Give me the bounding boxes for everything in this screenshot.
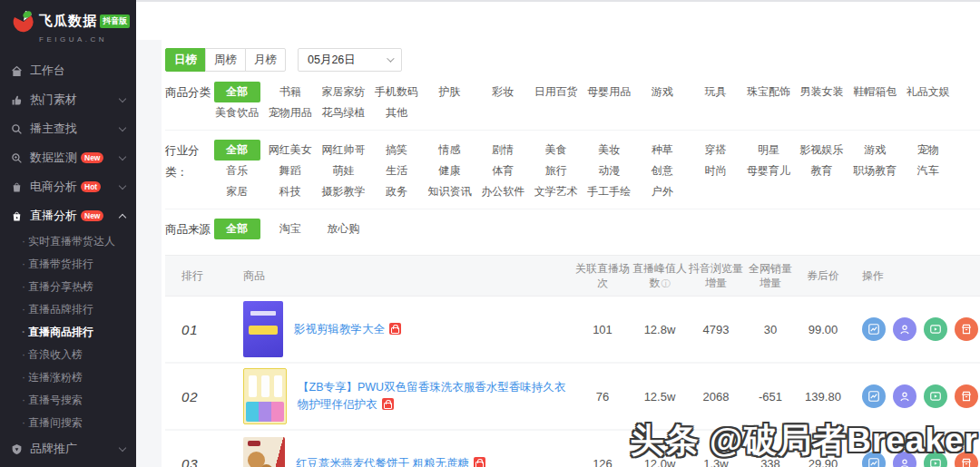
submenu-item[interactable]: 实时直播带货达人 bbox=[0, 230, 136, 253]
filter-option[interactable]: 生活 bbox=[370, 161, 424, 181]
filter-option[interactable]: 美食饮品 bbox=[211, 102, 264, 123]
filter-option[interactable]: 创意 bbox=[636, 161, 690, 181]
trend-chart-button[interactable] bbox=[862, 384, 886, 408]
filter-option[interactable]: 体育 bbox=[476, 161, 530, 181]
filter-option[interactable]: 汽车 bbox=[901, 161, 955, 181]
sidebar-item-live-analysis[interactable]: 直播分析 New bbox=[0, 201, 136, 230]
tab-weekly[interactable]: 周榜 bbox=[205, 48, 246, 72]
video-play-button[interactable] bbox=[924, 384, 947, 408]
filter-option[interactable]: 美食 bbox=[529, 140, 583, 161]
filter-option[interactable]: 宠物 bbox=[901, 140, 955, 161]
sidebar-item-data-monitor[interactable]: 数据监测 New bbox=[0, 143, 136, 172]
filter-option[interactable]: 游戏 bbox=[636, 82, 690, 102]
product-thumbnail[interactable] bbox=[243, 301, 283, 357]
filter-option[interactable]: 网红帅哥 bbox=[317, 140, 370, 161]
filter-option[interactable]: 知识资讯 bbox=[423, 181, 476, 202]
filter-option[interactable]: 母婴育儿 bbox=[742, 161, 796, 181]
tab-daily[interactable]: 日榜 bbox=[165, 48, 206, 72]
filter-option[interactable]: 全部 bbox=[214, 219, 260, 239]
product-title-link[interactable]: 红豆薏米燕麦代餐饼干 粗粮无蔗糖 bbox=[296, 455, 485, 467]
app-domain: FEIGUA.CN bbox=[39, 35, 136, 44]
filter-option[interactable]: 健康 bbox=[423, 161, 476, 181]
product-title-link[interactable]: 【ZB专享】PWU双色留香珠洗衣服香水型香味持久衣物护理伴侣护衣 bbox=[298, 379, 573, 413]
filter-option[interactable]: 家居家纺 bbox=[317, 82, 370, 102]
filter-option[interactable]: 鞋帽箱包 bbox=[848, 82, 902, 102]
filter-option[interactable]: 手工手绘 bbox=[583, 181, 636, 202]
filter-option[interactable]: 穿搭 bbox=[689, 140, 742, 161]
filter-option[interactable]: 宠物用品 bbox=[264, 102, 318, 123]
filter-option[interactable]: 时尚 bbox=[689, 161, 742, 181]
filter-option[interactable]: 珠宝配饰 bbox=[742, 82, 796, 102]
filter-option[interactable]: 萌娃 bbox=[317, 161, 370, 181]
sidebar-item-finder[interactable]: 播主查找 bbox=[0, 114, 136, 143]
person-button[interactable] bbox=[893, 317, 916, 341]
filter-option[interactable]: 礼品文娱 bbox=[901, 82, 955, 102]
filter-option[interactable]: 职场教育 bbox=[848, 161, 902, 181]
date-select[interactable]: 05月26日 bbox=[298, 48, 402, 72]
filter-option[interactable]: 动漫 bbox=[583, 161, 636, 181]
tab-monthly[interactable]: 月榜 bbox=[245, 48, 286, 72]
filter-option[interactable]: 音乐 bbox=[211, 161, 264, 181]
filter-option[interactable]: 全部 bbox=[214, 140, 260, 161]
sidebar-item-hot-material[interactable]: 热门素材 bbox=[0, 85, 136, 114]
product-thumbnail[interactable] bbox=[243, 368, 287, 424]
sidebar-item-ecommerce-analysis[interactable]: 电商分析 Hot bbox=[0, 172, 136, 201]
submenu-item[interactable]: 音浪收入榜 bbox=[0, 344, 136, 366]
shop-button[interactable] bbox=[955, 317, 978, 341]
filter-option[interactable]: 办公软件 bbox=[476, 181, 530, 202]
filter-option[interactable]: 放心购 bbox=[317, 219, 370, 239]
filter-option[interactable]: 网红美女 bbox=[264, 140, 318, 161]
content-gutter bbox=[136, 40, 162, 467]
chevron-up-icon bbox=[119, 214, 126, 221]
submenu-item[interactable]: 直播分享热榜 bbox=[0, 276, 136, 298]
video-play-button[interactable] bbox=[924, 317, 947, 341]
sidebar-item-label: 热门素材 bbox=[30, 92, 77, 108]
filter-option[interactable]: 教育 bbox=[795, 161, 848, 181]
filter-option[interactable]: 科技 bbox=[264, 181, 318, 202]
filter-option[interactable]: 情感 bbox=[423, 140, 476, 161]
filter-option[interactable]: 全部 bbox=[214, 82, 260, 102]
submenu-item-label: 连播涨粉榜 bbox=[28, 371, 83, 384]
filter-option[interactable]: 淘宝 bbox=[264, 219, 318, 239]
filter-option[interactable]: 花鸟绿植 bbox=[317, 102, 370, 123]
sidebar-item-brand-promo[interactable]: 品牌推广 bbox=[0, 434, 136, 463]
trend-chart-button[interactable] bbox=[862, 317, 886, 341]
filter-option[interactable]: 摄影教学 bbox=[317, 181, 370, 202]
filter-option[interactable]: 美妆 bbox=[583, 140, 636, 161]
filter-option[interactable]: 游戏 bbox=[848, 140, 902, 161]
filter-option[interactable]: 母婴用品 bbox=[583, 82, 636, 102]
filter-option-label: 穿搭 bbox=[704, 143, 726, 156]
submenu-item[interactable]: 直播品牌排行 bbox=[0, 298, 136, 321]
filter-option[interactable]: 家居 bbox=[211, 181, 264, 202]
filter-option[interactable]: 男装女装 bbox=[795, 82, 848, 102]
filter-option[interactable]: 舞蹈 bbox=[264, 161, 318, 181]
filter-option[interactable]: 明星 bbox=[742, 140, 796, 161]
submenu-item[interactable]: 直播间搜索 bbox=[0, 412, 136, 434]
filter-option[interactable]: 剧情 bbox=[476, 140, 530, 161]
submenu-item[interactable]: 直播带货排行 bbox=[0, 253, 136, 276]
filter-option[interactable]: 护肤 bbox=[423, 82, 476, 102]
filter-option[interactable]: 户外 bbox=[636, 181, 690, 202]
header-live-sessions: 关联直播场次 bbox=[573, 261, 632, 290]
person-button[interactable] bbox=[893, 384, 916, 408]
filter-option[interactable]: 旅行 bbox=[529, 161, 583, 181]
submenu-item[interactable]: 直播商品排行 bbox=[0, 321, 136, 344]
filter-option[interactable]: 影视娱乐 bbox=[795, 140, 848, 161]
sidebar-item-workbench[interactable]: 工作台 bbox=[0, 56, 136, 85]
filter-option[interactable]: 文学艺术 bbox=[529, 181, 583, 202]
filter-option[interactable]: 手机数码 bbox=[370, 82, 424, 102]
filter-option[interactable]: 搞笑 bbox=[370, 140, 424, 161]
product-thumbnail[interactable] bbox=[243, 437, 285, 467]
shop-button[interactable] bbox=[955, 384, 978, 408]
submenu-item[interactable]: 直播号搜索 bbox=[0, 389, 136, 412]
filter-option[interactable]: 日用百货 bbox=[529, 82, 583, 102]
filter-option[interactable]: 书籍 bbox=[264, 82, 318, 102]
product-title-link[interactable]: 影视剪辑教学大全 bbox=[294, 321, 401, 338]
filter-option[interactable]: 种草 bbox=[636, 140, 690, 161]
filter-option[interactable]: 政务 bbox=[370, 181, 424, 202]
submenu-item[interactable]: 连播涨粉榜 bbox=[0, 366, 136, 389]
filter-option[interactable]: 其他 bbox=[370, 102, 424, 123]
info-icon[interactable]: ⓘ bbox=[662, 278, 671, 288]
filter-option[interactable]: 彩妆 bbox=[476, 82, 530, 102]
filter-option[interactable]: 玩具 bbox=[689, 82, 742, 102]
